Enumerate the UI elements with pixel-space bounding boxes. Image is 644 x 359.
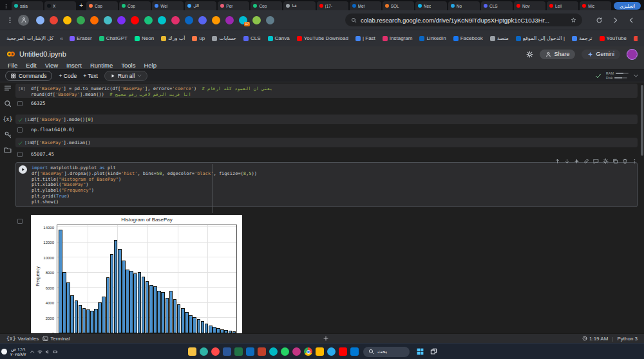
arrow-down-icon[interactable]: [564, 158, 570, 164]
more-icon[interactable]: [632, 158, 638, 164]
browser-tab[interactable]: CLS: [481, 1, 513, 10]
trash-icon[interactable]: [622, 158, 628, 164]
code-cell[interactable]: import matplotlib.pyplot as pltdf['BaseP…: [15, 162, 638, 207]
onedrive-icon[interactable]: [1, 349, 7, 354]
variables-button[interactable]: {x} Variables: [6, 336, 39, 342]
settings-gear-icon[interactable]: [526, 51, 533, 58]
menu-runtime[interactable]: Runtime: [90, 62, 113, 69]
extension-icon[interactable]: 17: [239, 16, 247, 24]
browser-tab[interactable]: Mic: [580, 1, 611, 10]
kernel-label[interactable]: Python 3: [617, 336, 638, 342]
browser-tab[interactable]: X: [44, 1, 76, 10]
code-cell[interactable]: [10]df['BasePay'].median(): [15, 138, 638, 147]
menu-view[interactable]: View: [45, 62, 58, 69]
browser-tab[interactable]: SQL: [383, 1, 414, 10]
bookmark-item[interactable]: YouTube: [600, 35, 627, 41]
tab-menu-icon[interactable]: [2, 1, 10, 10]
bookmark-item[interactable]: up: [192, 35, 205, 41]
browser-tab[interactable]: Cop: [86, 1, 118, 10]
browser-tab[interactable]: Nov: [514, 1, 545, 10]
gemini-button[interactable]: Gemini: [582, 50, 620, 59]
bookmark-item[interactable]: CLS: [243, 35, 261, 41]
all-bookmarks-label[interactable]: كل الإشارات المرجعية: [6, 35, 53, 41]
chrome-icon[interactable]: [304, 347, 312, 356]
bookmark-item[interactable]: | Fast: [355, 35, 375, 41]
bookmark-item[interactable]: ChatGPT: [99, 35, 128, 41]
extension-icon[interactable]: [252, 16, 261, 24]
share-button[interactable]: Share: [540, 50, 575, 59]
excel-icon[interactable]: [234, 347, 243, 356]
powerpoint-icon[interactable]: [258, 347, 266, 356]
bookmark-item[interactable]: YouTube Download: [297, 35, 348, 41]
ram-disk-meter[interactable]: RAM Disk: [606, 71, 629, 80]
bookmark-item[interactable]: الدخول إلى الموقع |: [516, 35, 565, 41]
files-icon[interactable]: [316, 347, 324, 356]
notebook-scrollbar[interactable]: [641, 85, 643, 156]
tab-arabic[interactable]: انجليزي: [614, 2, 641, 10]
extension-icon[interactable]: [171, 16, 180, 24]
extension-icon[interactable]: [266, 16, 274, 24]
resources-chevron-icon[interactable]: [633, 73, 639, 78]
extension-icon[interactable]: [36, 16, 44, 24]
extension-icon[interactable]: [90, 16, 99, 24]
notebook-title[interactable]: Untitled0.ipynb: [19, 50, 66, 58]
bookmark-item[interactable]: أب ورك: [161, 35, 185, 41]
bookmarks-chevron[interactable]: «: [60, 35, 63, 42]
paint-icon[interactable]: [350, 347, 359, 356]
menu-help[interactable]: Help: [144, 62, 156, 69]
extension-icon[interactable]: [131, 16, 139, 24]
browser-menu-icon[interactable]: [5, 15, 15, 24]
run-all-button[interactable]: Run all: [104, 71, 147, 81]
forward-icon[interactable]: [611, 15, 620, 24]
extension-icon[interactable]: [158, 16, 166, 24]
link-icon[interactable]: [583, 158, 589, 164]
extension-icon[interactable]: [77, 16, 85, 24]
extension-icon[interactable]: [144, 16, 153, 24]
search-icon[interactable]: [3, 99, 12, 108]
browser-tab[interactable]: Wel: [152, 1, 184, 10]
speaker-icon[interactable]: [45, 349, 50, 354]
word-icon[interactable]: [223, 347, 231, 356]
address-bar[interactable]: colab.research.google.com/drive/1yKcN9iT…: [345, 14, 582, 26]
extension-icon[interactable]: [117, 16, 126, 24]
bookmark-star-icon[interactable]: [571, 17, 576, 23]
braces-icon[interactable]: {x}: [3, 115, 12, 124]
menu-file[interactable]: File: [8, 62, 17, 69]
browser-tab[interactable]: sala: [12, 1, 43, 10]
reload-icon[interactable]: [594, 15, 604, 24]
cell-code[interactable]: df['BasePay'].median(): [31, 140, 91, 146]
add-text-button[interactable]: + Text: [83, 73, 98, 79]
browser-tab[interactable]: قنا: [283, 1, 315, 10]
wifi-icon[interactable]: [37, 349, 43, 354]
back-icon[interactable]: [627, 15, 636, 24]
extension-icon[interactable]: [212, 16, 220, 24]
menu-insert[interactable]: Insert: [66, 62, 82, 69]
extension-icon[interactable]: [104, 16, 112, 24]
cell-code[interactable]: df['BasePay'].mode()[0]: [31, 117, 93, 123]
browser-tab[interactable]: Met: [350, 1, 381, 10]
instagram-icon[interactable]: [292, 347, 301, 356]
new-tab-button[interactable]: +: [77, 1, 85, 10]
cell-code[interactable]: import matplotlib.pyplot as pltdf['BaseP…: [32, 165, 257, 205]
run-cell-button[interactable]: [19, 165, 27, 174]
browser-tab[interactable]: Nec: [415, 1, 447, 10]
bookmark-item[interactable]: Facebook: [453, 35, 483, 41]
bookmark-item[interactable]: Eraser: [70, 35, 92, 41]
opera-icon[interactable]: [211, 347, 220, 356]
user-avatar[interactable]: [627, 49, 638, 60]
code-cell[interactable]: [8]df['BasePay'] = pd.to_numeric(df['Bas…: [15, 84, 638, 98]
bookmark-item[interactable]: ترجمة: [572, 35, 592, 41]
cell-code[interactable]: df['BasePay'] = pd.to_numeric(df['BasePa…: [31, 86, 272, 98]
file-explorer-icon[interactable]: [188, 347, 196, 356]
bookmark-item[interactable]: Gmail: [634, 35, 638, 41]
extension-icon[interactable]: [198, 16, 207, 24]
comment-icon[interactable]: [593, 158, 599, 164]
chevron-up-icon[interactable]: [30, 349, 35, 354]
browser-tab[interactable]: (17-: [317, 1, 348, 10]
start-button[interactable]: [414, 347, 426, 356]
terminal-button[interactable]: Terminal: [43, 336, 70, 342]
extension-icon[interactable]: [225, 16, 234, 24]
outlook-icon[interactable]: [246, 347, 254, 356]
taskbar-search[interactable]: بحث: [363, 347, 410, 357]
taskbar-clock[interactable]: ١:١٩ ص ٢٠٢٥/٨/٧: [10, 347, 26, 356]
